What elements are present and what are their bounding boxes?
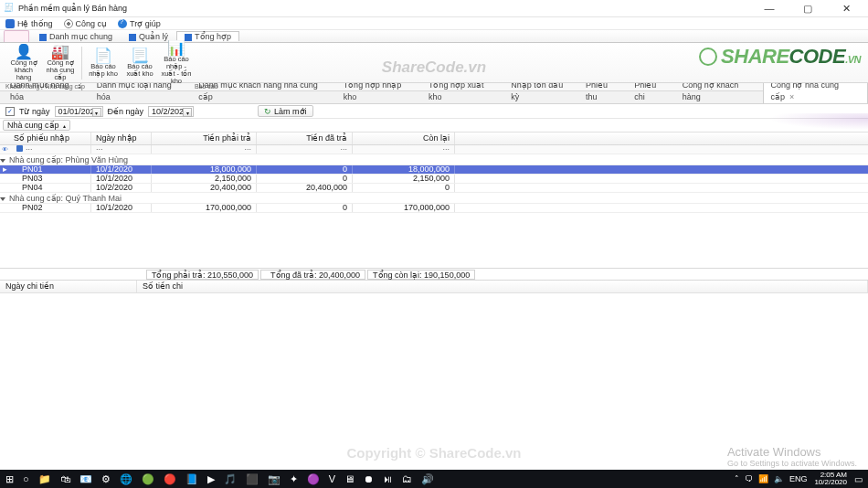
ribbon-b-o-c-o-nh-p-kho[interactable]: 📄Báo cáo nhập kho [85,45,122,81]
taskbar-app-5[interactable]: ⚙ [101,473,111,485]
activate-windows-overlay: Activate Windows Go to Settings to activ… [727,445,857,468]
taskbar[interactable]: ⊞○📁🛍📧⚙🌐🟢🔴📘▶🎵⬛📷✦🟣V🖥⏺⏯🗂🔊 ˄🗨📶🔈ENG 2:05 AM 1… [0,470,868,488]
to-date-label: Đến ngày [108,107,144,116]
refresh-button[interactable]: ↻Làm mới [258,105,313,117]
detail-col-date[interactable]: Ngày chi tiền [0,281,137,292]
menu-tools[interactable]: Công cụ [64,19,108,28]
refresh-icon: ↻ [264,107,271,116]
ribbon-c-ng-n-nh-cung-c-p[interactable]: 🏭Công nợ nhà cung cấp [42,45,79,81]
help-icon [118,19,127,28]
taskbar-app-1[interactable]: ○ [23,473,29,484]
taskbar-app-10[interactable]: ▶ [207,473,215,485]
ribbon-b-o-c-o-nh-p-xu-t-t-n-kho[interactable]: 📊Báo cáo nhập - xuất - tồn kho [158,45,195,81]
close-button[interactable]: ✕ [833,3,859,15]
filter-icon[interactable] [16,145,23,152]
col-due[interactable]: Tiền phải trả [152,133,257,144]
taskbar-app-4[interactable]: 📧 [79,473,92,485]
row-indicator: ▸ [0,165,9,174]
tray-icon-0[interactable]: ˄ [735,474,739,483]
tab-icon [39,34,47,41]
col-remaining[interactable]: Còn lại [353,133,455,144]
expand-icon[interactable] [0,155,9,164]
taskbar-app-11[interactable]: 🎵 [224,473,237,485]
document-tab-strip: Danh mục hàng hóaDanh mục loại hàng hóaD… [0,91,868,104]
taskbar-app-21[interactable]: 🔊 [421,473,434,485]
grid-body: Nhà cung cấp: Phùng Văn Hùng▸PN0110/1/20… [0,154,868,213]
table-row[interactable]: PN0210/1/2020170,000,0000170,000,000 [0,204,868,213]
gear-icon [64,19,73,28]
ribbon-icon: 📊 [167,41,185,56]
summary-paid: Tổng đã trả: 20,400,000 [260,270,365,280]
brand-logo: SHARECODE.VN [699,45,861,69]
chevron-down-icon[interactable]: ▾ [183,108,192,117]
table-row[interactable]: PN0310/1/20202,150,00002,150,000 [0,175,868,184]
chevron-down-icon[interactable]: ▾ [92,108,101,117]
system-icon [5,19,15,28]
tab-icon [185,34,192,41]
minimize-button[interactable]: — [757,3,782,15]
ribbon-c-ng-n-kh-ch-h-ng[interactable]: 👤Công nợ khách hàng [5,45,42,81]
taskbar-app-16[interactable]: V [329,473,335,484]
taskbar-app-8[interactable]: 🔴 [164,473,176,485]
grid-filter-row[interactable]: 👁 ··· ··· ··· ··· ··· [0,145,868,154]
expand-icon[interactable] [0,194,9,203]
window-title: Phần mềm quản lý Bán hàng [18,4,751,13]
brand-logo-icon [699,48,717,66]
ribbon-icon: 🏭 [51,45,69,59]
taskbar-app-3[interactable]: 🛍 [60,473,70,484]
ribbon-icon: 👤 [15,45,33,59]
supplier-group-selector[interactable]: Nhà cung cấp ▴ [3,120,70,131]
from-date-checkbox[interactable]: ✓ [5,107,15,116]
table-row[interactable]: PN0410/2/202020,400,00020,400,0000 [0,184,868,193]
ribbon-b-o-c-o-xu-t-kho[interactable]: 📃Báo cáo xuất kho [122,45,158,81]
detail-col-amount[interactable]: Số tiền chi [137,281,868,292]
taskbar-app-20[interactable]: 🗂 [402,473,412,484]
context-tab-strip: Danh mục chungQuản lýTổng hợp [0,30,868,43]
detail-header: Ngày chi tiền Số tiền chi [0,281,868,293]
to-date-input[interactable]: 10/2/2020▾ [148,106,194,117]
tray-icon-2[interactable]: 📶 [758,474,768,483]
tray-icon-4[interactable]: ENG [789,474,808,483]
taskbar-app-9[interactable]: 📘 [185,473,198,485]
grid-header: Số phiếu nhập Ngày nhập Tiền phải trả Ti… [0,133,868,145]
taskbar-app-19[interactable]: ⏯ [383,473,393,484]
app-icon: 🧾 [4,3,15,14]
taskbar-app-2[interactable]: 📁 [38,473,51,485]
taskbar-app-15[interactable]: 🟣 [307,473,320,485]
col-paid[interactable]: Tiền đã trả [257,133,353,144]
menu-help[interactable]: Trợ giúp [118,19,161,28]
context-tab-2[interactable]: Tổng hợp [176,31,239,41]
menubar: Hệ thống Công cụ Trợ giúp [0,17,868,30]
close-tab-icon[interactable]: × [789,92,794,101]
summary-due: Tổng phải trả: 210,550,000 [146,270,259,280]
from-date-input[interactable]: 01/01/2020▾ [55,106,103,117]
ribbon-icon: 📃 [131,48,149,63]
taskbar-app-6[interactable]: 🌐 [120,473,132,485]
col-date[interactable]: Ngày nhập [91,133,152,144]
tray-icon-3[interactable]: 🔈 [774,474,784,483]
taskbar-app-14[interactable]: ✦ [290,473,298,485]
row-indicator [0,175,9,183]
context-pill[interactable] [4,30,29,42]
col-receipt-no[interactable]: Số phiếu nhập [9,133,91,144]
maximize-button[interactable]: ▢ [795,3,820,15]
group-row[interactable]: Nhà cung cấp: Phùng Văn Hùng [0,154,868,165]
taskbar-date[interactable]: 10/2/2020 [814,479,847,486]
taskbar-app-0[interactable]: ⊞ [5,473,14,485]
taskbar-app-13[interactable]: 📷 [268,473,281,485]
taskbar-app-7[interactable]: 🟢 [142,473,154,485]
from-date-label: Từ ngày [19,107,50,116]
taskbar-app-18[interactable]: ⏺ [364,473,374,484]
taskbar-app-17[interactable]: 🖥 [344,473,355,484]
filter-eye-icon[interactable]: 👁 [2,146,8,153]
row-indicator [0,184,9,192]
table-row[interactable]: ▸PN0110/1/202018,000,000018,000,000 [0,165,868,175]
supplier-label: Nhà cung cấp [7,121,59,130]
taskbar-app-12[interactable]: ⬛ [246,473,259,485]
tray-icon-1[interactable]: 🗨 [745,474,753,483]
menu-system[interactable]: Hệ thống [5,19,53,28]
context-tab-0[interactable]: Danh mục chung [31,31,121,41]
notification-icon[interactable]: ▭ [854,474,863,484]
grid-summary: Tổng phải trả: 210,550,000 Tổng đã trả: … [0,268,868,281]
group-row[interactable]: Nhà cung cấp: Quý Thanh Mai [0,193,868,204]
